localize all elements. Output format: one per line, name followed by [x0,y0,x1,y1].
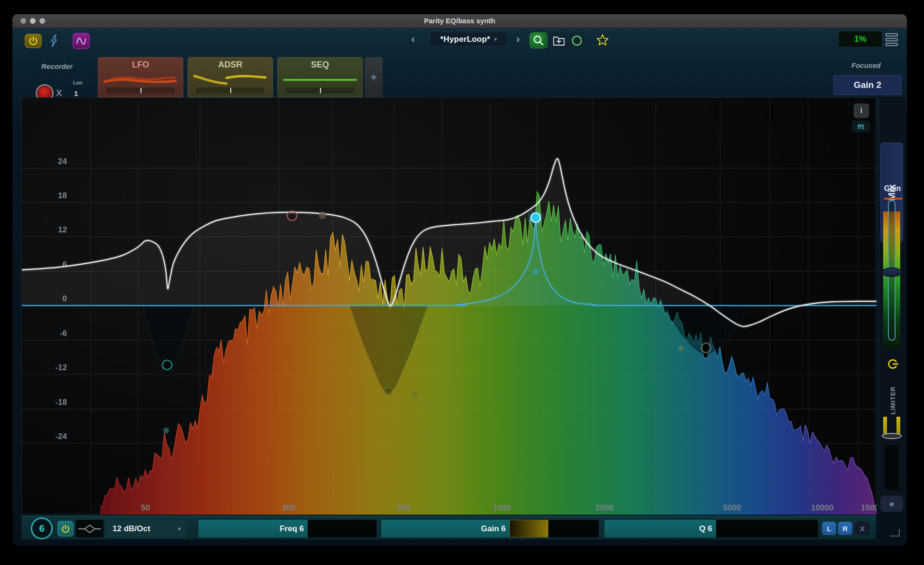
recorder-clear-button[interactable]: X [56,88,62,98]
star-icon [595,33,610,48]
recorder-length-label: Len [73,80,83,86]
q-slider-fill: Q 6 [604,520,716,537]
delete-band-button[interactable]: X [855,522,869,535]
tab-adsr-label: ADSR [188,60,273,70]
tab-seq[interactable]: SEQ [277,57,363,97]
cpu-value: 1% [854,34,867,44]
limiter-power-button[interactable] [886,358,899,371]
limiter-threshold-slider[interactable] [883,417,900,439]
power-icon [887,358,899,370]
tab-seq-label: SEQ [277,60,363,70]
refresh-icon [570,34,584,47]
adsr-envelope-icon [193,73,267,86]
gain-slider[interactable]: Gain 6 [381,520,599,537]
folder-plus-icon [552,34,566,47]
filter-shape-selector[interactable] [76,520,104,537]
band-control-bar: 6 12 dB/Oct ▾ Freq 6 Gain 6 [21,516,876,539]
plugin-power-button[interactable] [25,34,42,48]
titlebar: Parity EQ/bass synth [12,14,907,28]
freq-slider[interactable]: Freq 6 [198,520,377,537]
recorder-length-value[interactable]: 1 [74,89,78,97]
limiter-reduction-meter [885,445,899,490]
window-title: Parity EQ/bass synth [12,17,907,25]
preset-next-button[interactable]: › [513,33,523,46]
adsr-playhead [230,88,231,93]
resize-handle[interactable] [890,529,900,536]
cpu-meter: 1% [839,31,882,47]
fft-toggle-button[interactable]: fft [852,121,870,132]
svg-text:50: 50 [141,503,150,512]
seq-pattern-icon [283,73,357,86]
slope-value: 12 dB/Oct [113,524,150,534]
q-slider[interactable]: Q 6 [604,520,818,537]
limiter-label: LIMITER [889,386,896,414]
channel-left-button[interactable]: L [822,522,836,535]
lfo-progress-slider[interactable] [106,87,175,94]
recorder-label: Recorder [41,62,73,70]
menu-icon [886,33,898,37]
band-number-badge[interactable]: 6 [31,517,53,539]
svg-text:-6: -6 [60,329,67,338]
channel-right-button[interactable]: R [838,522,852,535]
output-sidebar: Mix Gain LIMITER « [878,97,906,514]
preset-caret-icon: ▾ [494,36,497,43]
eq-graph[interactable]: 24181260-6-12-18-24502005001000200050001… [21,97,876,514]
lfo-waveform-icon [104,73,178,86]
add-modulator-button[interactable]: + [365,57,383,97]
focused-label: Focused [851,61,881,69]
slope-caret-icon: ▾ [178,525,181,532]
eq-graph-canvas: 24181260-6-12-18-24502005001000200050001… [22,98,877,515]
info-button[interactable]: i [854,104,869,118]
gain-slider-fill: Gain 6 [381,520,509,537]
seq-progress-slider[interactable] [286,87,354,94]
menu-button[interactable] [886,33,899,49]
plugin-window: Parity EQ/bass synth ‹ *HyperLoop* ▾ › [12,14,907,546]
band-power-button[interactable] [57,521,74,536]
svg-text:500: 500 [397,503,410,512]
preset-selector[interactable]: *HyperLoop* ▾ [430,32,508,47]
gain-slider-label: Gain 6 [481,520,506,537]
svg-text:5000: 5000 [723,503,741,512]
power-icon [28,36,38,46]
performance-button[interactable] [47,33,60,48]
svg-text:-12: -12 [55,363,67,372]
power-icon [61,524,70,534]
svg-text:200: 200 [282,503,295,512]
freq-slider-label: Freq 6 [280,520,304,537]
oscillator-button[interactable] [73,33,90,49]
freq-slider-fill: Freq 6 [198,520,308,537]
tab-lfo-label: LFO [98,60,183,70]
gain-max-tick [884,198,902,200]
reload-preset-button[interactable] [568,32,585,48]
preset-prev-button[interactable]: ‹ [408,33,418,46]
collapse-sidebar-button[interactable]: « [880,496,903,512]
favorite-button[interactable] [594,32,612,48]
svg-text:1000: 1000 [493,503,511,512]
svg-text:-18: -18 [55,398,67,407]
svg-text:18: 18 [58,191,67,200]
lfo-playhead [141,88,141,93]
gain-modulation-range [509,520,548,537]
focused-target-button[interactable]: Gain 2 [833,75,902,95]
band-pass-shape-icon [78,523,102,535]
output-gain-label: Gain [879,184,906,193]
adsr-progress-slider[interactable] [196,87,264,94]
svg-text:24: 24 [58,157,67,166]
search-icon [532,34,545,47]
svg-text:15000: 15000 [861,503,877,512]
tab-lfo[interactable]: LFO [98,57,183,97]
svg-text:2000: 2000 [595,503,613,512]
preset-search-button[interactable] [529,32,547,48]
tab-adsr[interactable]: ADSR [188,57,273,97]
preset-name: *HyperLoop* [440,35,490,44]
slope-dropdown[interactable]: 12 dB/Oct ▾ [106,520,187,537]
lightning-icon [49,34,58,48]
seq-playhead [320,88,321,93]
save-preset-button[interactable] [550,32,567,48]
gain-fader-handle[interactable] [881,268,902,277]
sine-wave-icon [75,35,87,47]
svg-text:12: 12 [58,225,67,234]
limiter-slider-handle[interactable] [882,433,902,439]
svg-text:10000: 10000 [811,503,833,512]
q-slider-label: Q 6 [699,520,712,537]
